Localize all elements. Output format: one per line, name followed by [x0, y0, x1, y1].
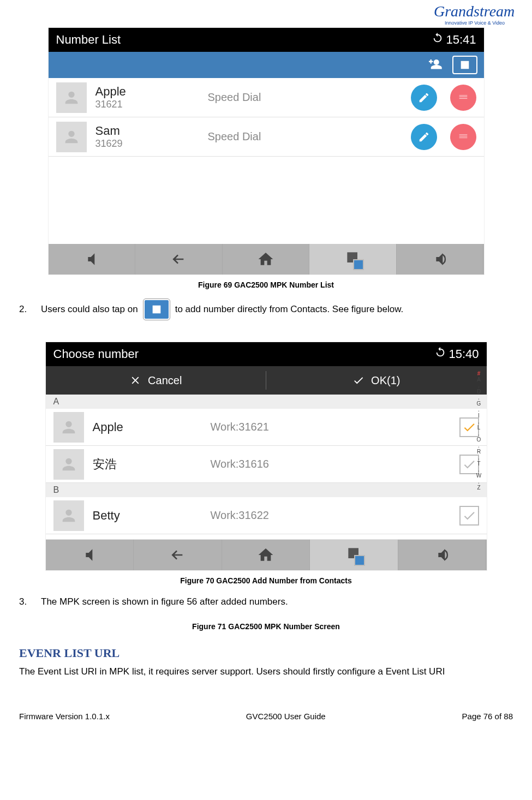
clock: 15:41: [446, 33, 476, 47]
step-2-pre: Users could also tap on: [41, 302, 138, 317]
avatar: [56, 82, 87, 113]
contact-row[interactable]: 安浩 Work:31616: [46, 446, 487, 483]
index-letter[interactable]: #: [477, 371, 481, 377]
index-letter[interactable]: D: [477, 389, 481, 395]
ok-label: OK(1): [371, 374, 400, 387]
list-item[interactable]: Sam 31629 Speed Dial: [49, 117, 484, 157]
index-letter[interactable]: G: [477, 401, 481, 407]
volume-down-button[interactable]: [49, 244, 136, 274]
page-footer: Firmware Version 1.0.1.x GVC2500 User Gu…: [19, 712, 513, 721]
avatar: [53, 449, 84, 480]
index-letter[interactable]: .: [478, 443, 480, 449]
contact-work: Work:31621: [211, 421, 451, 433]
recent-apps-button[interactable]: [310, 540, 398, 570]
index-letter[interactable]: .: [478, 431, 480, 437]
home-button[interactable]: [222, 540, 310, 570]
contact-name: Sam: [95, 124, 199, 138]
index-letter[interactable]: .: [478, 395, 480, 401]
step-2: 2. Users could also tap on to add number…: [19, 299, 513, 320]
brand-name: Grandstream: [434, 3, 516, 20]
action-bar: Cancel OK(1): [46, 366, 487, 395]
volume-up-button[interactable]: [397, 244, 484, 274]
index-letter[interactable]: Z: [477, 485, 480, 491]
footer-mid: GVC2500 User Guide: [246, 712, 326, 721]
list-number: 3.: [19, 595, 38, 609]
entry-text: Sam 31629: [95, 124, 199, 150]
edit-button[interactable]: [411, 124, 437, 150]
delete-button[interactable]: [450, 85, 476, 111]
empty-space: [49, 157, 484, 244]
back-button[interactable]: [135, 244, 223, 274]
figure-70-screenshot: Choose number 15:40 Cancel OK(1) A Apple…: [45, 342, 487, 571]
list-number: 2.: [19, 302, 38, 317]
section-header: B: [46, 483, 487, 497]
ok-button[interactable]: OK(1): [266, 374, 487, 387]
system-nav-bar: [49, 244, 484, 274]
contact-row[interactable]: Apple Work:31621: [46, 409, 487, 446]
contacts-card-icon: [144, 299, 170, 320]
partial-row: [46, 534, 487, 540]
footer-right: Page 76 of 88: [462, 712, 513, 721]
index-letter[interactable]: A: [477, 377, 481, 383]
figure-70-caption: Figure 70 GAC2500 Add Number from Contac…: [19, 576, 513, 585]
delete-button[interactable]: [450, 124, 476, 150]
alphabet-index[interactable]: #A.D.G.I.L.O.R.T.W.Z: [474, 371, 485, 538]
contact-row[interactable]: Betty Work:31622: [46, 497, 487, 534]
section-header: A: [46, 395, 487, 409]
section-body: The Event List URI in MPK list, it requi…: [19, 665, 513, 679]
figure-71-caption: Figure 71 GAC2500 MPK Number Screen: [19, 622, 513, 631]
status-bar: Number List 15:41: [49, 28, 484, 52]
contact-name: Betty: [93, 509, 202, 523]
screen-title: Choose number: [53, 347, 139, 361]
clock: 15:40: [449, 347, 479, 361]
refresh-icon: [434, 347, 446, 362]
index-letter[interactable]: W: [476, 473, 481, 479]
dial-mode: Speed Dial: [208, 130, 398, 143]
index-letter[interactable]: .: [478, 407, 480, 413]
index-letter[interactable]: I: [478, 413, 480, 419]
contact-work: Work:31616: [211, 458, 451, 470]
step-3-text: The MPK screen is shown in figure 56 aft…: [41, 595, 288, 609]
contacts-card-icon[interactable]: [452, 56, 477, 74]
figure-69-caption: Figure 69 GAC2500 MPK Number List: [19, 280, 513, 289]
system-nav-bar: [46, 540, 487, 570]
status-bar: Choose number 15:40: [46, 342, 487, 366]
index-letter[interactable]: O: [477, 437, 481, 443]
contact-name: 安浩: [93, 456, 202, 473]
index-letter[interactable]: L: [477, 425, 481, 431]
index-letter[interactable]: .: [478, 467, 480, 473]
index-letter[interactable]: T: [477, 461, 480, 467]
home-button[interactable]: [223, 244, 310, 274]
edit-button[interactable]: [411, 85, 437, 111]
index-letter[interactable]: .: [478, 455, 480, 461]
contact-name: Apple: [93, 420, 202, 434]
cancel-button[interactable]: Cancel: [46, 374, 266, 387]
avatar: [53, 412, 84, 443]
volume-up-button[interactable]: [398, 540, 487, 570]
contact-work: Work:31622: [211, 509, 451, 522]
recent-apps-button[interactable]: [309, 244, 397, 274]
index-letter[interactable]: R: [477, 449, 481, 455]
footer-left: Firmware Version 1.0.1.x: [19, 712, 110, 721]
dial-mode: Speed Dial: [208, 91, 398, 104]
index-letter[interactable]: .: [478, 479, 480, 485]
refresh-icon: [432, 32, 444, 47]
figure-69-screenshot: Number List 15:41 Apple 31621 Speed Dial: [48, 27, 485, 275]
top-toolbar: [49, 52, 484, 78]
cancel-label: Cancel: [148, 374, 182, 387]
contact-number: 31621: [95, 99, 199, 110]
back-button[interactable]: [134, 540, 222, 570]
brand-tagline: Innovative IP Voice & Video: [434, 20, 516, 26]
screen-title: Number List: [56, 33, 121, 47]
entry-text: Apple 31621: [95, 85, 199, 110]
step-2-post: to add number directly from Contacts. Se…: [175, 302, 404, 317]
contact-name: Apple: [95, 85, 199, 99]
index-letter[interactable]: .: [478, 383, 480, 389]
avatar: [53, 500, 84, 531]
section-heading: EVENR LIST URL: [19, 646, 513, 660]
list-item[interactable]: Apple 31621 Speed Dial: [49, 78, 484, 117]
index-letter[interactable]: .: [478, 419, 480, 425]
add-contact-icon[interactable]: [421, 55, 448, 75]
volume-down-button[interactable]: [46, 540, 134, 570]
avatar: [56, 122, 87, 152]
